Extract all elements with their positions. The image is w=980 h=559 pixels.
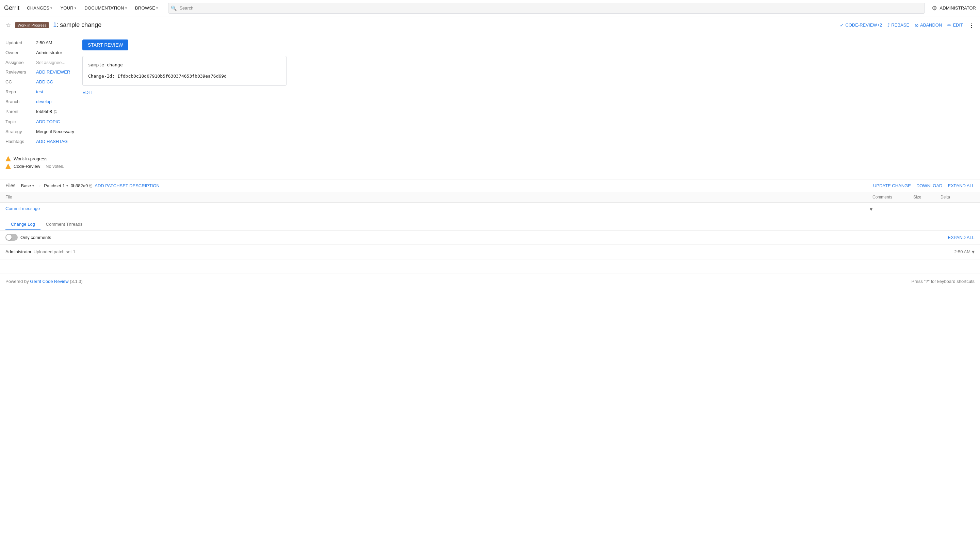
log-user-0: Administrator (5, 249, 31, 254)
copy-icon[interactable]: ⎘ (54, 108, 57, 116)
files-title: Files (5, 183, 16, 188)
patchset-hash-container: 0b382a9 ⎘ (71, 183, 92, 188)
footer-right: Press "?" for keyboard shortcuts (911, 279, 975, 284)
gerrit-link[interactable]: Gerrit Code Review (30, 279, 68, 284)
base-select[interactable]: Base ▾ (21, 183, 35, 188)
change-header: ☆ Work in Progress 1: sample change ✓ CO… (0, 17, 980, 34)
code-review-label-name: Code-Review (13, 164, 40, 169)
log-entry-0: Administrator Uploaded patch set 1. 2:50… (0, 245, 980, 260)
parent-value-container: feb95b8 ⎘ (36, 108, 74, 116)
footer-left: Powered by Gerrit Code Review (3.1.3) (5, 279, 82, 284)
topic-row: Topic ADD TOPIC (5, 119, 74, 126)
abandon-button[interactable]: ⊘ ABANDON (915, 23, 942, 28)
branch-label: Branch (5, 98, 36, 106)
change-meta: Updated 2:50 AM Owner Administrator Assi… (5, 40, 74, 148)
hashtags-row: Hashtags ADD HASHTAG (5, 138, 74, 146)
expand-all-files-button[interactable]: EXPAND ALL (948, 183, 975, 188)
only-comments-toggle[interactable] (5, 234, 18, 241)
branch-link[interactable]: develop (36, 98, 74, 106)
strategy-label: Strategy (5, 128, 36, 136)
search-icon: 🔍 (171, 5, 177, 11)
commit-message-line1: sample change (88, 61, 281, 69)
change-title: 1: sample change (53, 22, 101, 28)
commit-message-link[interactable]: Commit message (5, 206, 40, 211)
rebase-button[interactable]: ⤴ REBASE (888, 23, 909, 28)
label-row-code-review: Code-Review No votes. (5, 164, 975, 169)
wip-badge: Work in Progress (15, 22, 49, 28)
wip-label-name: Work-in-progress (13, 156, 47, 161)
tab-comment-threads[interactable]: Comment Threads (41, 219, 88, 230)
file-col-header-delta: Delta (940, 195, 975, 200)
strategy-value: Merge if Necessary (36, 128, 74, 136)
assignee-placeholder[interactable]: Set assignee... (36, 59, 74, 66)
nav-documentation[interactable]: DOCUMENTATION ▾ (81, 0, 130, 17)
edit-button[interactable]: ✏ EDIT (947, 23, 963, 28)
file-expand-icon[interactable]: ▾ (870, 206, 873, 212)
assignee-row: Assignee Set assignee... (5, 59, 74, 66)
start-review-button[interactable]: START REVIEW (82, 40, 128, 50)
search-input[interactable] (168, 3, 924, 13)
patchset-select[interactable]: Patchset 1 ▾ (44, 183, 68, 188)
toggle-knob (6, 235, 12, 240)
labels-section: Work-in-progress Code-Review No votes. (0, 153, 980, 176)
log-text-0: Uploaded patch set 1. (34, 249, 77, 254)
patchset-copy-icon[interactable]: ⎘ (89, 183, 92, 188)
patchset-chevron-icon: ▾ (66, 184, 68, 188)
nav-browse[interactable]: BROWSE ▾ (132, 0, 162, 17)
update-change-button[interactable]: UPDATE CHANGE (873, 183, 911, 188)
file-table-header: File Comments Size Delta (0, 192, 980, 203)
changes-chevron-icon: ▾ (50, 6, 52, 10)
abandon-icon: ⊘ (915, 23, 919, 28)
code-review-votes: No votes. (46, 164, 64, 169)
strategy-row: Strategy Merge if Necessary (5, 128, 74, 136)
change-number-link[interactable]: 1 (53, 22, 56, 28)
parent-value: feb95b8 (36, 108, 52, 116)
expand-all-log-button[interactable]: EXPAND ALL (948, 235, 975, 240)
change-actions: ✓ CODE-REVIEW+2 ⤴ REBASE ⊘ ABANDON ✏ EDI… (840, 22, 975, 29)
repo-label: Repo (5, 89, 36, 96)
updated-value: 2:50 AM (36, 40, 74, 46)
only-comments-label: Only comments (20, 235, 51, 240)
add-topic-button[interactable]: ADD TOPIC (36, 119, 74, 126)
topic-label: Topic (5, 119, 36, 126)
more-actions-icon[interactable]: ⋮ (968, 22, 975, 29)
files-actions: UPDATE CHANGE DOWNLOAD EXPAND ALL (873, 183, 975, 188)
parent-label: Parent (5, 108, 36, 116)
checkmark-icon: ✓ (840, 23, 844, 28)
nav-your[interactable]: YOUR ▾ (57, 0, 80, 17)
cc-row: CC ADD CC (5, 79, 74, 86)
file-col-header-comments: Comments (873, 195, 913, 200)
documentation-chevron-icon: ▾ (125, 6, 127, 10)
description-edit-link[interactable]: EDIT (82, 90, 92, 95)
settings-icon[interactable]: ⚙ (932, 5, 937, 12)
change-content: Updated 2:50 AM Owner Administrator Assi… (0, 34, 980, 153)
search-container: 🔍 (168, 3, 924, 13)
base-label: Base (21, 183, 31, 188)
updated-label: Updated (5, 40, 36, 46)
add-patchset-description-button[interactable]: ADD PATCHSET DESCRIPTION (95, 183, 160, 188)
user-menu[interactable]: ADMINISTRATOR (940, 5, 976, 10)
log-expand-icon-0[interactable]: ▾ (972, 248, 975, 255)
wip-label-icon (5, 156, 11, 161)
tab-change-log[interactable]: Change Log (5, 219, 41, 230)
star-icon[interactable]: ☆ (5, 22, 11, 29)
repo-link[interactable]: test (36, 89, 74, 96)
code-review-button[interactable]: ✓ CODE-REVIEW+2 (840, 23, 882, 28)
file-row-commit-message: Commit message ▾ (0, 203, 980, 216)
base-chevron-icon: ▾ (32, 184, 34, 188)
download-button[interactable]: DOWNLOAD (916, 183, 942, 188)
hashtags-label: Hashtags (5, 138, 36, 146)
commit-message-line3: Change-Id: Ifdbcb0c18d07910b5f630374653f… (88, 73, 281, 80)
files-header: Files Base ▾ → Patchset 1 ▾ 0b382a9 ⎘ AD… (0, 179, 980, 192)
owner-row: Owner Administrator (5, 50, 74, 56)
files-section: Files Base ▾ → Patchset 1 ▾ 0b382a9 ⎘ AD… (0, 179, 980, 260)
reviewers-label: Reviewers (5, 69, 36, 76)
nav-changes[interactable]: CHANGES ▾ (23, 0, 56, 17)
branch-row: Branch develop (5, 98, 74, 106)
repo-row: Repo test (5, 89, 74, 96)
owner-label: Owner (5, 50, 36, 56)
parent-row: Parent feb95b8 ⎘ (5, 108, 74, 116)
add-cc-button[interactable]: ADD CC (36, 79, 74, 86)
add-hashtag-button[interactable]: ADD HASHTAG (36, 138, 74, 146)
add-reviewer-button[interactable]: ADD REVIEWER (36, 69, 74, 76)
